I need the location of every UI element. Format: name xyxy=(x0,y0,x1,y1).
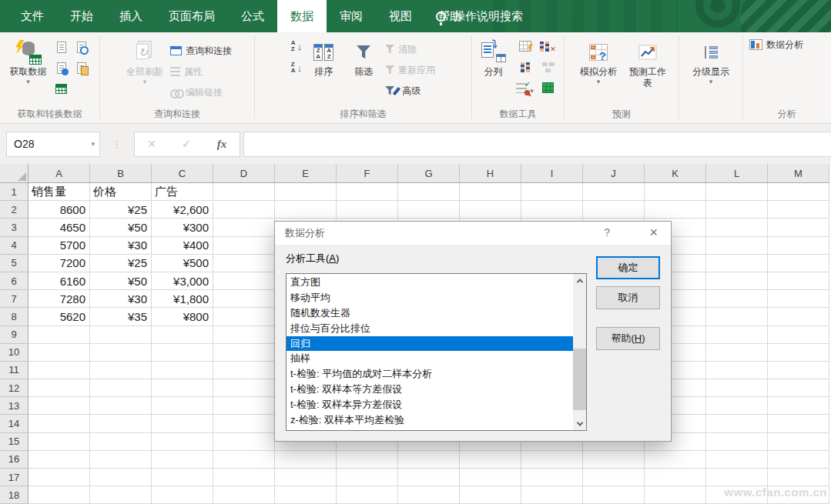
row-header-14[interactable]: 14 xyxy=(0,415,28,432)
cell-L15[interactable] xyxy=(706,433,768,451)
cell-B18[interactable] xyxy=(90,486,152,504)
cell-F17[interactable] xyxy=(337,469,398,486)
recent-sources-button[interactable] xyxy=(77,42,86,53)
row-header-10[interactable]: 10 xyxy=(0,344,28,362)
remove-duplicates-button[interactable]: ✕ xyxy=(540,41,556,55)
cell-G2[interactable] xyxy=(398,201,460,219)
row-header-3[interactable]: 3 xyxy=(0,219,28,236)
cell-M16[interactable] xyxy=(768,451,829,469)
cell-M2[interactable] xyxy=(768,201,829,219)
cell-I17[interactable] xyxy=(521,469,583,486)
cell-M7[interactable] xyxy=(768,290,829,308)
cell-D1[interactable] xyxy=(213,183,275,201)
cell-K16[interactable] xyxy=(645,451,706,469)
col-header-I[interactable]: I xyxy=(521,164,583,183)
cell-M11[interactable] xyxy=(768,362,829,379)
scroll-down-icon[interactable] xyxy=(573,417,586,430)
row-header-17[interactable]: 17 xyxy=(0,469,28,486)
cell-K1[interactable] xyxy=(645,183,706,201)
cell-F18[interactable] xyxy=(337,486,398,504)
cell-G18[interactable] xyxy=(398,486,460,504)
analysis-tool-option[interactable]: 直方图 xyxy=(286,275,573,290)
forecast-sheet-button[interactable]: 预测工作表 xyxy=(626,37,669,89)
cell-M6[interactable] xyxy=(768,272,829,290)
cell-L13[interactable] xyxy=(706,397,768,415)
cell-C5[interactable]: ¥500 xyxy=(152,255,213,272)
cell-L3[interactable] xyxy=(706,219,768,236)
tab-文件[interactable]: 文件 xyxy=(8,0,57,32)
cell-D3[interactable] xyxy=(213,219,275,236)
tell-me-search[interactable]: 操作说明搜索 xyxy=(436,0,523,32)
text-to-columns-button[interactable]: ⤵ 分列 xyxy=(477,37,511,78)
cell-C12[interactable] xyxy=(152,379,213,397)
consolidate-button[interactable] xyxy=(521,62,530,75)
cell-M8[interactable] xyxy=(768,308,829,325)
cell-C3[interactable]: ¥300 xyxy=(152,219,213,236)
cell-D9[interactable] xyxy=(213,326,275,344)
cell-L9[interactable] xyxy=(706,326,768,344)
cell-A12[interactable] xyxy=(28,379,90,397)
get-data-button[interactable]: 获取数据▾ xyxy=(8,37,49,85)
analysis-tool-option[interactable]: 排位与百分比排位 xyxy=(286,321,573,336)
cell-J1[interactable] xyxy=(583,183,645,201)
analysis-tool-option[interactable]: 随机数发生器 xyxy=(286,305,573,321)
formula-input[interactable] xyxy=(243,132,831,157)
col-header-H[interactable]: H xyxy=(460,164,521,183)
cell-A6[interactable]: 6160 xyxy=(28,272,90,290)
cell-C1[interactable]: 广告 xyxy=(152,183,213,201)
cell-J2[interactable] xyxy=(583,201,645,219)
advanced-filter-button[interactable]: 高级 xyxy=(385,82,435,100)
col-header-M[interactable]: M xyxy=(768,164,829,183)
row-header-9[interactable]: 9 xyxy=(0,326,28,344)
tab-开始[interactable]: 开始 xyxy=(57,0,106,32)
cell-D10[interactable] xyxy=(213,344,275,362)
analysis-tool-option[interactable]: t-检验: 双样本等方差假设 xyxy=(286,382,573,397)
col-header-E[interactable]: E xyxy=(275,164,337,183)
cell-J16[interactable] xyxy=(583,451,645,469)
filter-button[interactable]: 筛选 xyxy=(345,37,382,78)
cell-D4[interactable] xyxy=(213,237,275,255)
name-box-dropdown-icon[interactable]: ▾ xyxy=(91,140,95,148)
cell-H17[interactable] xyxy=(460,469,521,486)
cell-G16[interactable] xyxy=(398,451,460,469)
cell-B7[interactable]: ¥30 xyxy=(90,290,152,308)
cell-I1[interactable] xyxy=(521,183,583,201)
name-box[interactable]: O28 ▾ xyxy=(6,132,100,157)
cell-B10[interactable] xyxy=(90,344,152,362)
ok-button[interactable]: 确定 xyxy=(596,256,660,279)
cell-B9[interactable] xyxy=(90,326,152,344)
cell-E18[interactable] xyxy=(275,486,337,504)
cell-D16[interactable] xyxy=(213,451,275,469)
cell-C9[interactable] xyxy=(152,326,213,344)
cell-B1[interactable]: 价格 xyxy=(90,183,152,201)
help-button[interactable]: 帮助(H) xyxy=(596,327,660,350)
row-header-6[interactable]: 6 xyxy=(0,272,28,290)
cell-A13[interactable] xyxy=(28,397,90,415)
cell-M15[interactable] xyxy=(768,433,829,451)
cell-M14[interactable] xyxy=(768,415,829,432)
row-header-7[interactable]: 7 xyxy=(0,290,28,308)
row-header-1[interactable]: 1 xyxy=(0,183,28,201)
cell-A9[interactable] xyxy=(28,326,90,344)
cell-F1[interactable] xyxy=(337,183,398,201)
cell-A8[interactable]: 5620 xyxy=(28,308,90,325)
row-header-13[interactable]: 13 xyxy=(0,397,28,415)
cell-C16[interactable] xyxy=(152,451,213,469)
cell-C6[interactable]: ¥3,000 xyxy=(152,272,213,290)
cell-E17[interactable] xyxy=(275,469,337,486)
col-header-F[interactable]: F xyxy=(337,164,398,183)
cell-B14[interactable] xyxy=(90,415,152,432)
cell-A18[interactable] xyxy=(28,486,90,504)
cell-D15[interactable] xyxy=(213,433,275,451)
cell-L8[interactable] xyxy=(706,308,768,325)
tab-审阅[interactable]: 审阅 xyxy=(327,0,376,32)
cell-D2[interactable] xyxy=(213,201,275,219)
tab-插入[interactable]: 插入 xyxy=(106,0,156,32)
cell-A11[interactable] xyxy=(28,362,90,379)
cell-D17[interactable] xyxy=(213,469,275,486)
cell-K18[interactable] xyxy=(645,486,706,504)
col-header-L[interactable]: L xyxy=(706,164,768,183)
cell-C10[interactable] xyxy=(152,344,213,362)
cell-G1[interactable] xyxy=(398,183,460,201)
cell-C13[interactable] xyxy=(152,397,213,415)
